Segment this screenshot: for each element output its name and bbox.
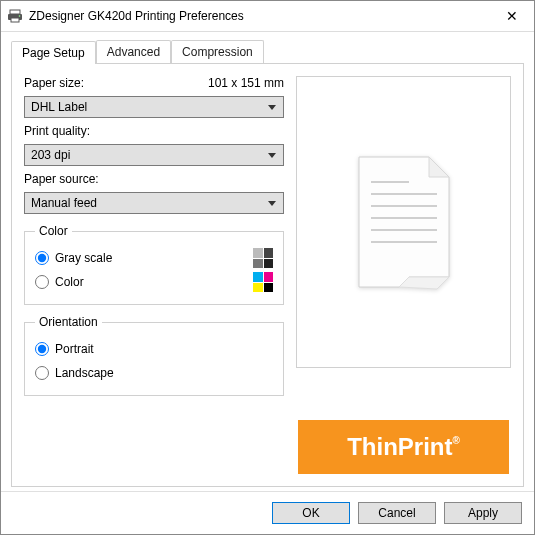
portrait-option[interactable]: Portrait	[35, 342, 94, 356]
landscape-radio[interactable]	[35, 366, 49, 380]
svg-marker-6	[399, 277, 449, 289]
portrait-radio[interactable]	[35, 342, 49, 356]
logo-text: ThinPrint®	[347, 433, 460, 461]
color-group: Color Gray scale Color	[24, 224, 284, 305]
window-title: ZDesigner GK420d Printing Preferences	[29, 9, 496, 23]
gray-scale-radio[interactable]	[35, 251, 49, 265]
grayscale-swatch-icon	[253, 248, 273, 268]
tab-panel: Paper size: 101 x 151 mm DHL Label Print…	[11, 63, 524, 487]
apply-button[interactable]: Apply	[444, 502, 522, 524]
color-label: Color	[55, 275, 84, 289]
ok-button[interactable]: OK	[272, 502, 350, 524]
tab-strip: Page Setup Advanced Compression	[11, 40, 524, 63]
color-radio[interactable]	[35, 275, 49, 289]
portrait-label: Portrait	[55, 342, 94, 356]
cancel-button[interactable]: Cancel	[358, 502, 436, 524]
close-button[interactable]: ✕	[496, 4, 528, 28]
tab-compression[interactable]: Compression	[171, 40, 264, 63]
printer-icon	[7, 8, 23, 24]
orientation-legend: Orientation	[35, 315, 102, 329]
dialog-footer: OK Cancel Apply	[1, 491, 534, 534]
paper-source-select[interactable]: Manual feed	[24, 192, 284, 214]
paper-size-select[interactable]: DHL Label	[24, 96, 284, 118]
print-quality-label: Print quality:	[24, 124, 284, 138]
thinprint-logo: ThinPrint®	[298, 420, 509, 474]
preview-column: ThinPrint®	[296, 76, 511, 474]
svg-point-3	[19, 15, 21, 17]
gray-scale-option[interactable]: Gray scale	[35, 251, 112, 265]
tab-advanced[interactable]: Advanced	[96, 40, 171, 63]
tab-page-setup[interactable]: Page Setup	[11, 41, 96, 64]
document-icon	[349, 152, 459, 292]
color-option[interactable]: Color	[35, 275, 84, 289]
svg-rect-2	[11, 18, 19, 22]
paper-size-label: Paper size:	[24, 76, 84, 90]
dialog-window: ZDesigner GK420d Printing Preferences ✕ …	[0, 0, 535, 535]
paper-dimensions: 101 x 151 mm	[208, 76, 284, 90]
page-preview	[296, 76, 511, 368]
svg-marker-5	[429, 157, 449, 177]
settings-column: Paper size: 101 x 151 mm DHL Label Print…	[24, 76, 284, 474]
landscape-label: Landscape	[55, 366, 114, 380]
paper-source-label: Paper source:	[24, 172, 284, 186]
dialog-body: Page Setup Advanced Compression Paper si…	[1, 32, 534, 491]
gray-scale-label: Gray scale	[55, 251, 112, 265]
color-legend: Color	[35, 224, 72, 238]
landscape-option[interactable]: Landscape	[35, 366, 114, 380]
print-quality-select[interactable]: 203 dpi	[24, 144, 284, 166]
color-swatch-icon	[253, 272, 273, 292]
title-bar: ZDesigner GK420d Printing Preferences ✕	[1, 1, 534, 32]
svg-rect-0	[10, 10, 20, 14]
orientation-group: Orientation Portrait Landscape	[24, 315, 284, 396]
